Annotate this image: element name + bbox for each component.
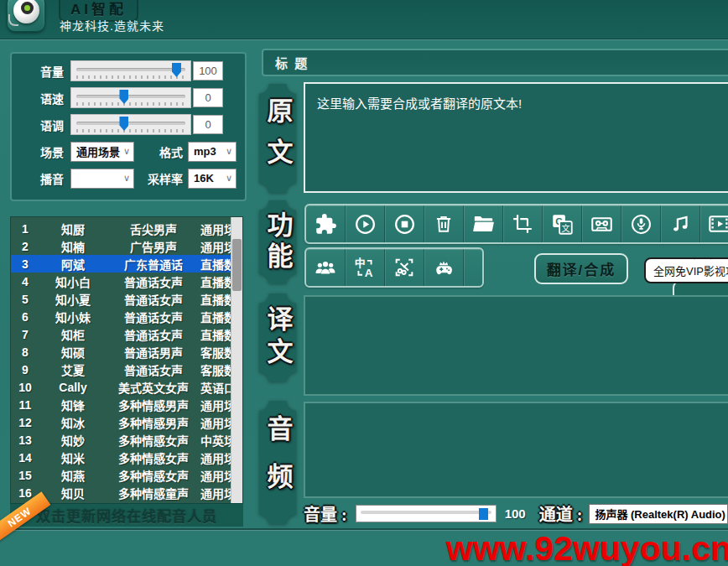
audio-channel-dropdown[interactable]: 扬声器 (Realtek(R) Audio) xyxy=(589,504,728,524)
scissors-icon xyxy=(393,256,416,279)
translation-textarea[interactable] xyxy=(304,295,728,396)
voice-desc: 广告男声 xyxy=(107,238,200,255)
speed-slider[interactable] xyxy=(70,87,191,108)
volume-slider[interactable] xyxy=(70,60,191,81)
play-button[interactable] xyxy=(346,205,385,242)
voice-desc: 广东普通话 xyxy=(107,256,200,273)
svg-text:中: 中 xyxy=(355,257,366,269)
svg-text:A: A xyxy=(365,267,373,279)
voice-scene: 直播数字人 xyxy=(200,291,231,308)
cassette-button[interactable] xyxy=(582,205,621,242)
voice-scene: 中英场景 xyxy=(200,432,231,449)
voice-row[interactable]: 4知小白普通话女声直播数字人 xyxy=(11,273,231,290)
voice-list-scrollbar[interactable] xyxy=(231,217,242,511)
voice-row[interactable]: 6知小妹普通话女声直播数字人 xyxy=(11,308,231,325)
tab-source-text: 原文 xyxy=(259,84,296,193)
voice-row[interactable]: 2知楠广告男声通用场景 xyxy=(11,237,231,255)
title-input[interactable]: 标 题 xyxy=(262,49,728,76)
record-button[interactable] xyxy=(621,205,661,242)
microphone-icon xyxy=(630,213,653,236)
voice-name: 知冰 xyxy=(39,414,107,431)
delete-button[interactable] xyxy=(424,205,464,242)
voice-desc: 多种情感女声 xyxy=(107,432,200,449)
voices-button[interactable] xyxy=(306,249,346,286)
crop-icon xyxy=(512,213,533,235)
audio-list-area[interactable] xyxy=(304,402,728,498)
voice-scene: 直播数字人 xyxy=(200,326,231,343)
pitch-row: 语调 0 xyxy=(12,113,240,136)
slider-ticks xyxy=(76,129,185,132)
music-button[interactable] xyxy=(661,205,700,242)
scene-value: 通用场景 xyxy=(76,143,120,159)
voice-num: 12 xyxy=(11,416,39,429)
app-subtitle: 神龙科技.造就未来 xyxy=(60,17,164,34)
voice-row[interactable]: 5知小夏普通话女声直播数字人 xyxy=(11,290,231,308)
folder-icon xyxy=(472,213,495,236)
function-toolbar-row2: 中A xyxy=(304,247,484,288)
voice-row[interactable]: 10Cally美式英文女声英语口语对.. xyxy=(11,378,231,396)
music-notes-icon xyxy=(669,213,692,236)
plugin-button[interactable] xyxy=(306,205,346,242)
crop-button[interactable] xyxy=(503,205,543,242)
trash-icon xyxy=(433,213,455,235)
speed-row: 语速 0 xyxy=(12,86,240,109)
scene-format-row: 场景 通用场景 ∨ 格式 mp3 ∨ xyxy=(12,140,240,163)
scene-label: 场景 xyxy=(12,143,64,160)
slider-track xyxy=(361,511,491,514)
voice-row[interactable]: 15知燕多种情感女声通用场景 xyxy=(11,466,231,484)
voice-desc: 多种情感女声 xyxy=(107,449,200,466)
play-circle-icon xyxy=(354,213,377,236)
audio-channel-label: 通道 : xyxy=(539,501,583,526)
translate-synthesize-button[interactable]: 翻译/合成 xyxy=(534,253,628,284)
translate-google-button[interactable]: G文 xyxy=(543,205,582,242)
voice-name: 知厨 xyxy=(39,221,107,237)
function-toolbar-row1: G文 xyxy=(304,204,728,244)
logo-lens xyxy=(21,2,34,14)
app-logo[interactable] xyxy=(7,0,45,32)
voice-row[interactable]: 1知厨舌尖男声通用场景 xyxy=(11,220,231,237)
voice-row[interactable]: 9艾夏普通话女声客服数字人 xyxy=(11,361,231,378)
source-textarea[interactable]: 这里输入需要合成或者翻译的原文本! xyxy=(304,82,728,193)
game-button[interactable] xyxy=(424,249,464,286)
voice-desc: 普通话女声 xyxy=(107,309,200,325)
speed-label: 语速 xyxy=(12,90,64,106)
video-button[interactable] xyxy=(700,205,728,242)
scene-dropdown[interactable]: 通用场景 ∨ xyxy=(70,142,134,162)
stop-button[interactable] xyxy=(385,205,424,242)
translate-language-button[interactable]: 中A xyxy=(346,249,385,286)
voice-scene: 客服数字人 xyxy=(200,344,231,361)
voice-num: 11 xyxy=(11,398,39,412)
watermark-text: www.92wuyou.cn xyxy=(446,529,728,566)
open-file-button[interactable] xyxy=(464,205,503,242)
voice-desc: 多种情感童声 xyxy=(107,485,200,501)
format-dropdown[interactable]: mp3 ∨ xyxy=(188,142,237,162)
clip-audio-button[interactable] xyxy=(385,249,424,286)
gamepad-icon xyxy=(432,256,455,279)
voice-row[interactable]: 14知米多种情感女声通用场景 xyxy=(11,449,231,466)
voice-name: 知燕 xyxy=(39,467,107,484)
chevron-down-icon: ∨ xyxy=(123,173,130,184)
voice-row[interactable]: 11知锋多种情感男声通用场景 xyxy=(11,396,231,413)
voice-row[interactable]: 8知硕普通话男声客服数字人 xyxy=(11,343,231,361)
voice-row[interactable]: 12知冰多种情感男声通用场景 xyxy=(11,413,231,431)
audio-volume-label: 音量 : xyxy=(304,501,347,526)
voice-name: 知硕 xyxy=(39,344,107,361)
voice-scene: 客服数字人 xyxy=(200,361,231,378)
speed-value: 0 xyxy=(193,88,223,107)
audio-volume-slider[interactable] xyxy=(356,505,497,522)
pitch-slider[interactable] xyxy=(70,114,191,135)
scrollbar-thumb[interactable] xyxy=(232,239,242,291)
logo-green-dot xyxy=(24,5,30,11)
voice-row[interactable]: 13知妙多种情感女声中英场景 xyxy=(11,431,231,449)
voice-name: 知小夏 xyxy=(39,291,107,308)
settings-panel: 音量 100 语速 0 语调 0 xyxy=(10,52,247,201)
announcer-dropdown[interactable]: ∨ xyxy=(70,169,134,189)
slider-thumb[interactable] xyxy=(479,508,488,520)
voice-row[interactable]: 3阿斌广东普通话直播数字人 xyxy=(11,255,231,273)
voice-desc: 多种情感女声 xyxy=(107,467,200,484)
samplerate-dropdown[interactable]: 16K ∨ xyxy=(188,169,237,189)
voice-name: 知妙 xyxy=(39,432,107,449)
chevron-down-icon: ∨ xyxy=(226,173,232,184)
voice-desc: 美式英文女声 xyxy=(107,379,200,396)
voice-row[interactable]: 7知柜普通话女声直播数字人 xyxy=(11,325,231,343)
